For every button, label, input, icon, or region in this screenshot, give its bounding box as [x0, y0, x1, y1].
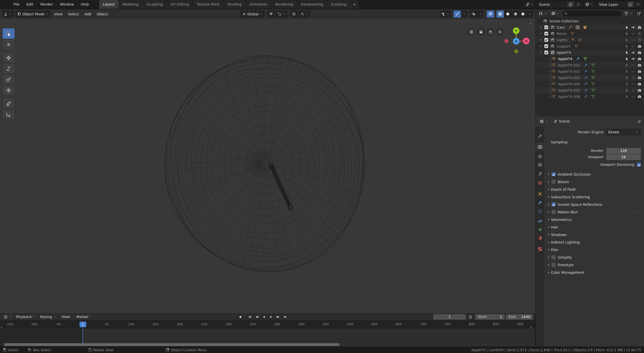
collection-checkbox[interactable]	[544, 44, 548, 48]
hide-viewport-toggle[interactable]	[631, 82, 635, 86]
tool-annotate-button[interactable]	[3, 98, 15, 109]
gizmo-axis-z[interactable]: Z	[513, 38, 519, 45]
outliner-row-applet4-002[interactable]: AppleT4.002	[536, 68, 644, 74]
editor-type-button[interactable]	[2, 11, 14, 18]
expand-right-icon[interactable]	[548, 70, 551, 73]
scene-unlink-button[interactable]	[574, 1, 582, 8]
disable-render-toggle[interactable]	[637, 51, 641, 55]
panel-grip-icon[interactable]: ::::	[637, 248, 641, 251]
expand-right-icon[interactable]	[539, 38, 543, 42]
selectable-toggle[interactable]	[625, 32, 629, 36]
menu-playback[interactable]: Playback	[15, 314, 37, 320]
outliner-display-mode-dropdown[interactable]	[550, 10, 561, 17]
panel-grip-icon[interactable]: ::::	[637, 263, 641, 266]
workspace-tab-scripting[interactable]: Scripting	[327, 0, 350, 9]
disable-render-toggle[interactable]	[637, 32, 641, 36]
viewport-denoising-checkbox[interactable]	[637, 163, 641, 167]
properties-editor-type-button[interactable]	[538, 118, 550, 125]
outliner-row-lights[interactable]: Lights32	[536, 37, 644, 43]
workspace-tab-rendering[interactable]: Rendering	[271, 0, 297, 9]
outliner-row-applet4[interactable]: AppleT4	[536, 49, 644, 56]
properties-tab-texture[interactable]	[536, 245, 544, 253]
disable-render-toggle[interactable]	[637, 38, 641, 42]
hide-viewport-toggle[interactable]	[631, 57, 635, 61]
disable-render-toggle[interactable]	[637, 82, 641, 86]
selectable-toggle[interactable]	[625, 57, 629, 61]
outliner-filter-dropdown[interactable]	[623, 10, 634, 17]
menu-help[interactable]: Help	[77, 0, 93, 9]
workspace-tab-animation[interactable]: Animation	[246, 0, 271, 9]
outliner-row-applet4-001[interactable]: AppleT4.001	[536, 62, 644, 68]
panel-checkbox[interactable]	[551, 263, 556, 267]
panel-indirect-lighting[interactable]: Indirect Lighting::::	[544, 238, 644, 246]
tool-rotate-button[interactable]	[3, 63, 15, 74]
panel-hair[interactable]: Hair::::	[544, 223, 644, 231]
scene-selector[interactable]: Scene	[536, 1, 582, 8]
panel-subsurface-scattering[interactable]: Subsurface Scattering::::	[544, 193, 644, 201]
panel-grip-icon[interactable]: ::::	[637, 233, 641, 236]
shading-rendered-button[interactable]	[519, 11, 527, 18]
tool-measure-button[interactable]	[3, 109, 15, 120]
menu-file[interactable]: File	[10, 0, 23, 9]
workspace-tab-uv-editing[interactable]: UV Editing	[167, 0, 193, 9]
expand-right-icon[interactable]	[539, 45, 543, 48]
play-reverse-button[interactable]	[261, 314, 267, 320]
panel-checkbox[interactable]	[551, 172, 556, 176]
ortho-grid-button[interactable]	[467, 28, 475, 36]
proportional-falloff-dropdown[interactable]	[299, 11, 310, 18]
selectable-toggle[interactable]	[625, 63, 629, 67]
panel-bloom[interactable]: Bloom::::	[544, 178, 644, 185]
next-keyframe-button[interactable]	[275, 314, 281, 320]
expand-right-icon[interactable]	[548, 89, 551, 92]
workspace-tab-compositing[interactable]: Compositing	[297, 0, 327, 9]
panel-grip-icon[interactable]: ::::	[637, 188, 641, 191]
properties-tab-output[interactable]	[536, 152, 544, 161]
overlays-dropdown[interactable]	[477, 11, 484, 18]
workspace-tab-texture-paint[interactable]: Texture Paint	[193, 0, 223, 9]
viewport-menu-object[interactable]: Object	[94, 11, 111, 18]
collection-checkbox[interactable]	[544, 38, 548, 42]
jump-to-end-button[interactable]	[282, 314, 289, 320]
properties-tab-object[interactable]	[536, 189, 544, 198]
outliner-row-applet4-003[interactable]: AppleT4.003	[536, 74, 644, 81]
disable-render-toggle[interactable]	[637, 76, 641, 80]
expand-right-icon[interactable]	[548, 57, 551, 60]
mode-dropdown[interactable]: Object Mode	[16, 11, 50, 18]
collection-checkbox[interactable]	[544, 32, 548, 35]
panel-checkbox[interactable]	[551, 210, 556, 214]
menu-keying[interactable]: Keying	[38, 314, 58, 320]
outliner-search-input[interactable]	[562, 11, 622, 17]
gizmo-axis-y-neg[interactable]	[514, 49, 518, 53]
gizmo-dropdown[interactable]	[461, 11, 467, 18]
workspace-tab-modeling[interactable]: Modeling	[119, 0, 142, 9]
viewport-menu-view[interactable]: View	[51, 11, 65, 18]
pan-button[interactable]	[487, 28, 494, 36]
panel-grip-icon[interactable]: ::::	[637, 271, 641, 274]
tool-select-box-button[interactable]	[3, 28, 15, 39]
panel-checkbox[interactable]	[551, 180, 556, 184]
playhead-line[interactable]	[83, 329, 83, 343]
properties-tab-render[interactable]	[536, 142, 544, 151]
expand-right-icon[interactable]	[548, 76, 551, 79]
transform-orientation-dropdown[interactable]: Global	[240, 11, 264, 18]
render-engine-dropdown[interactable]: Eevee	[606, 129, 641, 135]
panel-checkbox[interactable]	[551, 202, 556, 207]
outliner-row-applet4[interactable]: AppleT4	[536, 56, 644, 62]
add-workspace-button[interactable]: +	[350, 0, 358, 9]
selectable-toggle[interactable]	[625, 69, 629, 73]
jump-to-start-button[interactable]	[247, 314, 253, 320]
disable-render-toggle[interactable]	[637, 25, 641, 29]
expand-right-icon[interactable]	[548, 95, 551, 98]
view-layer-browse-button[interactable]	[584, 1, 595, 8]
panel-color-management[interactable]: Color Management::::	[544, 268, 644, 276]
viewport-menu-add[interactable]: Add	[82, 11, 94, 18]
expand-right-icon[interactable]	[548, 82, 551, 86]
panel-volumetrics[interactable]: Volumetrics::::	[544, 216, 644, 223]
selectable-toggle[interactable]	[625, 38, 629, 42]
hide-viewport-toggle[interactable]	[631, 76, 635, 80]
panel-simplify[interactable]: Simplify::::	[544, 253, 644, 261]
sampling-render-field[interactable]: 128	[606, 148, 641, 154]
panel-grip-icon[interactable]: ::::	[637, 180, 641, 183]
outliner-row-cam[interactable]: Cam2	[536, 24, 644, 30]
timeline-right-toggle-arrow[interactable]: ‹	[530, 324, 532, 330]
